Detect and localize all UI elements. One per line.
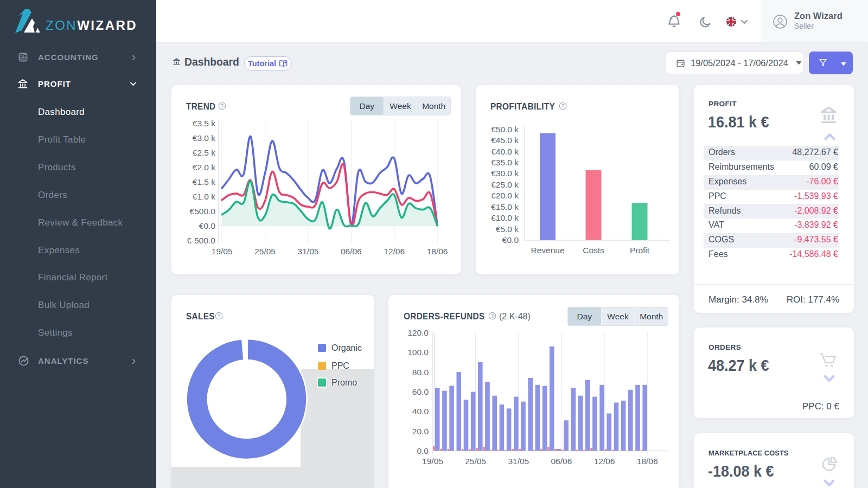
svg-text:€500.0: €500.0 [190,207,216,216]
svg-text:40.0: 40.0 [412,407,429,416]
svg-text:€40.0 k: €40.0 k [491,147,519,156]
svg-text:31/05: 31/05 [298,247,319,256]
svg-text:12/06: 12/06 [594,457,615,466]
svg-text:Profit: Profit [630,246,650,255]
svg-text:80.0: 80.0 [412,368,429,377]
svg-text:12/06: 12/06 [384,247,405,256]
svg-text:18/06: 18/06 [427,247,448,256]
svg-text:€-500.0: €-500.0 [187,236,215,245]
svg-text:19/05: 19/05 [422,457,443,466]
svg-text:06/06: 06/06 [341,247,362,256]
svg-text:€1.0 k: €1.0 k [193,192,215,201]
svg-text:18/06: 18/06 [637,457,658,466]
svg-text:€15.0 k: €15.0 k [491,202,519,211]
svg-text:60.0: 60.0 [412,387,429,396]
svg-text:€0.0: €0.0 [502,235,519,245]
svg-text:20.0: 20.0 [412,427,429,436]
svg-text:€20.0 k: €20.0 k [491,191,519,200]
svg-text:25/05: 25/05 [254,247,276,256]
svg-text:€3.5 k: €3.5 k [193,119,215,128]
svg-text:€45.0 k: €45.0 k [491,136,519,145]
svg-text:€35.0 k: €35.0 k [491,158,519,167]
svg-text:120.0: 120.0 [407,328,429,337]
svg-text:25/05: 25/05 [465,457,486,466]
svg-text:100.0: 100.0 [407,348,429,357]
svg-text:€10.0 k: €10.0 k [491,213,519,222]
svg-text:19/05: 19/05 [212,247,233,256]
svg-text:€5.0 k: €5.0 k [496,224,519,234]
svg-text:0.0: 0.0 [417,446,429,455]
svg-text:€1.5 k: €1.5 k [193,177,215,187]
svg-text:Revenue: Revenue [531,246,564,255]
svg-text:€2.0 k: €2.0 k [193,163,215,172]
svg-text:€2.5 k: €2.5 k [193,148,215,157]
svg-text:€0.0: €0.0 [199,221,216,230]
svg-text:€25.0 k: €25.0 k [491,180,519,189]
svg-text:31/05: 31/05 [508,457,529,466]
svg-text:€3.0 k: €3.0 k [193,133,215,143]
svg-text:Costs: Costs [583,246,604,255]
svg-text:€30.0 k: €30.0 k [491,169,519,178]
svg-text:06/06: 06/06 [551,457,572,466]
svg-text:€50.0 k: €50.0 k [491,125,519,134]
